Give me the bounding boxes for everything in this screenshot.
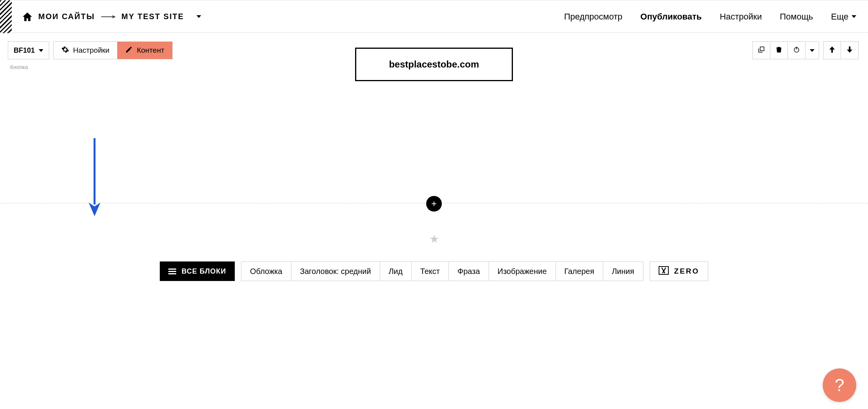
nav-settings[interactable]: Настройки [720, 12, 762, 22]
arrow-right-icon [101, 16, 115, 17]
block-tabs: Настройки Контент [53, 41, 173, 59]
top-bar: МОИ САЙТЫ MY TEST SITE Предпросмотр Опуб… [0, 0, 868, 33]
block-category[interactable]: Фраза [448, 261, 489, 281]
zero-label: ZERO [674, 267, 700, 276]
block-categories: Обложка Заголовок: средний Лид Текст Фра… [241, 261, 643, 281]
nav-help[interactable]: Помощь [780, 12, 813, 22]
block-category[interactable]: Изображение [489, 261, 556, 281]
arrow-down-icon [847, 46, 852, 54]
block-category[interactable]: Обложка [241, 261, 291, 281]
move-up-button[interactable] [823, 41, 841, 59]
nav-publish[interactable]: Опубликовать [640, 12, 702, 22]
power-icon [793, 46, 800, 55]
caret-down-icon [852, 15, 856, 18]
block-category[interactable]: Текст [411, 261, 449, 281]
trash-icon [775, 46, 782, 55]
block-category[interactable]: Лид [380, 261, 412, 281]
nav-preview[interactable]: Предпросмотр [564, 12, 622, 22]
caret-down-icon [39, 49, 43, 52]
block-category[interactable]: Заголовок: средний [291, 261, 380, 281]
breadcrumb-root[interactable]: МОИ САЙТЫ [38, 12, 95, 21]
home-icon[interactable] [23, 12, 32, 21]
zero-block-button[interactable]: ZERO [650, 261, 709, 281]
help-fab[interactable]: ? [823, 368, 856, 402]
menu-icon [168, 269, 176, 274]
add-block-button[interactable]: + [426, 196, 442, 212]
question-icon: ? [835, 375, 844, 395]
tab-settings[interactable]: Настройки [54, 42, 117, 59]
visibility-button[interactable] [788, 41, 805, 59]
editor-area: BF101 Настройки Контент Кнопка [0, 33, 868, 409]
nav-more-label: Еще [831, 12, 848, 22]
block-category[interactable]: Линия [603, 261, 643, 281]
tab-content-label: Контент [137, 46, 164, 55]
brand-logo[interactable] [0, 0, 12, 33]
arrow-up-icon [829, 46, 835, 54]
all-blocks-button[interactable]: ВСЕ БЛОКИ [160, 261, 235, 281]
top-nav: Предпросмотр Опубликовать Настройки Помо… [564, 12, 856, 22]
block-category[interactable]: Галерея [555, 261, 604, 281]
block-type-label: Кнопка [10, 64, 28, 70]
canvas-button[interactable]: bestplacestobe.com [355, 48, 513, 81]
block-library-toolbar: ВСЕ БЛОКИ Обложка Заголовок: средний Лид… [0, 261, 868, 281]
annotation-arrow [87, 138, 102, 218]
caret-down-icon [810, 49, 814, 52]
delete-button[interactable] [770, 41, 788, 59]
tab-content[interactable]: Контент [117, 42, 172, 59]
zero-icon [659, 266, 669, 277]
block-id-select[interactable]: BF101 [8, 41, 49, 59]
nav-more[interactable]: Еще [831, 12, 856, 22]
move-down-button[interactable] [841, 41, 859, 59]
more-options-button[interactable] [805, 41, 819, 59]
duplicate-button[interactable] [752, 41, 770, 59]
all-blocks-label: ВСЕ БЛОКИ [182, 267, 226, 276]
block-id-value: BF101 [14, 46, 35, 55]
pencil-icon [125, 46, 133, 55]
breadcrumb-site[interactable]: MY TEST SITE [121, 12, 184, 21]
block-toolbar-left: BF101 Настройки Контент [8, 41, 173, 59]
copy-icon [758, 46, 765, 55]
caret-down-icon[interactable] [196, 15, 201, 18]
breadcrumb: МОИ САЙТЫ MY TEST SITE [12, 12, 201, 21]
tab-settings-label: Настройки [73, 46, 109, 55]
gear-icon [61, 46, 69, 55]
block-toolbar-right [752, 41, 859, 59]
star-placeholder-icon: ★ [429, 233, 439, 245]
plus-icon: + [431, 198, 437, 209]
